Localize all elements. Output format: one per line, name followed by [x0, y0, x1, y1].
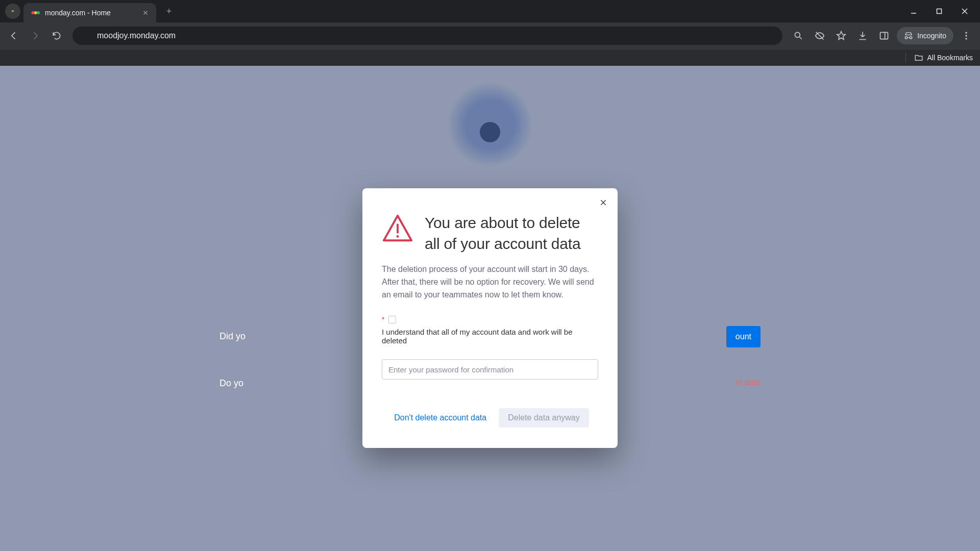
- address-bar[interactable]: moodjoy.monday.com: [72, 27, 782, 45]
- modal-title: You are about to delete all of your acco…: [425, 213, 598, 254]
- consent-block: * I understand that all of my account da…: [382, 315, 598, 345]
- window-close-button[interactable]: [953, 3, 976, 19]
- window-minimize-button[interactable]: [902, 3, 925, 19]
- tab-strip: monday.com - Home +: [0, 0, 980, 22]
- svg-point-12: [965, 32, 967, 34]
- all-bookmarks-label: All Bookmarks: [927, 54, 973, 62]
- warning-triangle-icon: [382, 213, 413, 246]
- toolbar-right-icons: Incognito: [790, 27, 975, 44]
- incognito-label: Incognito: [917, 32, 946, 40]
- window-maximize-button[interactable]: [928, 3, 950, 19]
- tab-search-button[interactable]: [5, 4, 20, 19]
- consent-label: I understand that all of my account data…: [382, 328, 598, 345]
- svg-rect-4: [937, 9, 942, 14]
- bookmarks-divider: [905, 53, 906, 63]
- site-info-icon[interactable]: [80, 30, 91, 41]
- svg-point-13: [965, 35, 967, 36]
- nav-forward-button[interactable]: [27, 27, 44, 44]
- modal-close-button[interactable]: [596, 195, 610, 210]
- svg-line-8: [800, 37, 802, 39]
- side-panel-icon[interactable]: [875, 27, 893, 44]
- address-bar-url: moodjoy.monday.com: [97, 31, 176, 40]
- tab-title: monday.com - Home: [45, 9, 111, 17]
- svg-rect-10: [880, 32, 888, 39]
- svg-point-2: [37, 11, 40, 14]
- svg-point-0: [32, 11, 35, 14]
- bookmarks-bar: All Bookmarks: [0, 49, 980, 66]
- cancel-delete-button[interactable]: Don't delete account data: [391, 408, 489, 428]
- all-bookmarks-button[interactable]: All Bookmarks: [914, 53, 973, 62]
- zoom-icon[interactable]: [790, 27, 807, 44]
- incognito-indicator[interactable]: Incognito: [897, 27, 953, 44]
- password-input[interactable]: [382, 359, 598, 380]
- required-asterisk: *: [382, 315, 384, 323]
- tab-close-button[interactable]: [142, 9, 149, 16]
- background-primary-button[interactable]: ount: [726, 326, 761, 347]
- browser-toolbar: moodjoy.monday.com Incognito: [0, 22, 980, 49]
- page-viewport: Did yo ount Do yo nt data You are about …: [0, 66, 980, 551]
- tab-favicon: [31, 8, 40, 17]
- browser-chrome: monday.com - Home + moodjoy.monday.com: [0, 0, 980, 66]
- background-question-2: Do yo: [219, 378, 243, 389]
- browser-menu-button[interactable]: [958, 27, 975, 44]
- consent-checkbox[interactable]: [388, 316, 396, 323]
- eye-off-icon[interactable]: [811, 27, 828, 44]
- delete-account-modal: You are about to delete all of your acco…: [362, 188, 618, 448]
- downloads-icon[interactable]: [854, 27, 871, 44]
- background-danger-link[interactable]: nt data: [736, 378, 761, 387]
- nav-back-button[interactable]: [5, 27, 22, 44]
- background-question-1: Did yo: [219, 331, 246, 342]
- confirm-delete-button[interactable]: Delete data anyway: [499, 408, 589, 428]
- nav-reload-button[interactable]: [48, 27, 65, 44]
- browser-tab[interactable]: monday.com - Home: [23, 3, 156, 22]
- modal-description: The deletion process of your account wil…: [382, 263, 598, 301]
- new-tab-button[interactable]: +: [161, 4, 177, 19]
- svg-point-14: [965, 38, 967, 39]
- window-controls: [902, 3, 976, 19]
- svg-point-18: [397, 235, 399, 238]
- svg-point-1: [34, 11, 37, 14]
- svg-point-7: [795, 32, 800, 37]
- bookmark-star-icon[interactable]: [832, 27, 850, 44]
